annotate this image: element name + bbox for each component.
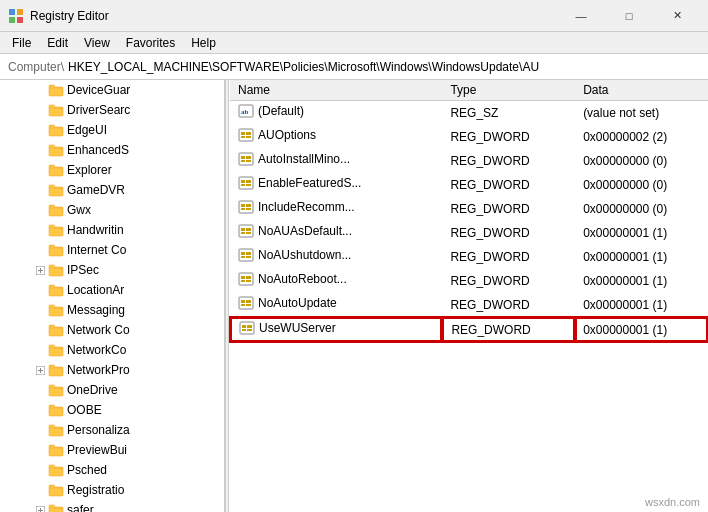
maximize-button[interactable]: □	[606, 0, 652, 32]
table-row[interactable]: NoAutoUpdateREG_DWORD0x00000001 (1)	[230, 293, 708, 318]
tree-expander[interactable]	[32, 382, 48, 398]
tree-item[interactable]: GameDVR	[0, 180, 224, 200]
tree-expander[interactable]	[32, 442, 48, 458]
tree-item-label: IPSec	[67, 263, 99, 277]
svg-text:ab: ab	[241, 108, 249, 116]
value-name: NoAutoUpdate	[230, 293, 442, 318]
value-data: 0x00000000 (0)	[575, 197, 708, 221]
tree-expander[interactable]	[32, 122, 48, 138]
tree-item-label: Registratio	[67, 483, 124, 497]
table-row[interactable]: NoAUshutdown...REG_DWORD0x00000001 (1)	[230, 245, 708, 269]
tree-item[interactable]: OOBE	[0, 400, 224, 420]
value-name: AutoInstallMino...	[230, 149, 442, 173]
tree-expander[interactable]	[32, 302, 48, 318]
tree-item-label: DriverSearc	[67, 103, 130, 117]
registry-tree[interactable]: DeviceGuar DriverSearc EdgeUI EnhancedS …	[0, 80, 225, 512]
tree-item[interactable]: EdgeUI	[0, 120, 224, 140]
table-row[interactable]: IncludeRecomm...REG_DWORD0x00000000 (0)	[230, 197, 708, 221]
tree-expander[interactable]	[32, 502, 48, 512]
tree-item[interactable]: DriverSearc	[0, 100, 224, 120]
tree-item[interactable]: safer	[0, 500, 224, 512]
tree-expander[interactable]	[32, 322, 48, 338]
tree-item[interactable]: PreviewBui	[0, 440, 224, 460]
value-data: 0x00000000 (0)	[575, 173, 708, 197]
menu-file[interactable]: File	[4, 34, 39, 52]
svg-rect-31	[241, 204, 245, 207]
tree-item[interactable]: NetworkPro	[0, 360, 224, 380]
reg-value-icon: UseWUServer	[239, 320, 336, 336]
tree-item[interactable]: NetworkCo	[0, 340, 224, 360]
tree-expander[interactable]	[32, 282, 48, 298]
value-type: REG_DWORD	[442, 221, 575, 245]
table-row[interactable]: AutoInstallMino...REG_DWORD0x00000000 (0…	[230, 149, 708, 173]
address-path[interactable]: HKEY_LOCAL_MACHINE\SOFTWARE\Policies\Mic…	[68, 60, 539, 74]
svg-rect-36	[241, 228, 245, 231]
tree-item[interactable]: EnhancedS	[0, 140, 224, 160]
svg-rect-46	[241, 276, 245, 279]
svg-rect-19	[246, 136, 251, 138]
tree-item-label: NetworkPro	[67, 363, 130, 377]
tree-expander[interactable]	[32, 482, 48, 498]
table-row[interactable]: EnableFeaturedS...REG_DWORD0x00000000 (0…	[230, 173, 708, 197]
value-type: REG_DWORD	[442, 317, 575, 342]
tree-item[interactable]: Personaliza	[0, 420, 224, 440]
value-type: REG_DWORD	[442, 125, 575, 149]
svg-rect-47	[246, 276, 251, 279]
tree-expander[interactable]	[32, 362, 48, 378]
tree-expander[interactable]	[32, 222, 48, 238]
tree-item[interactable]: Explorer	[0, 160, 224, 180]
tree-expander[interactable]	[32, 182, 48, 198]
tree-expander[interactable]	[32, 82, 48, 98]
tree-expander[interactable]	[32, 142, 48, 158]
tree-expander[interactable]	[32, 102, 48, 118]
table-row[interactable]: NoAUAsDefault...REG_DWORD0x00000001 (1)	[230, 221, 708, 245]
menu-view[interactable]: View	[76, 34, 118, 52]
tree-expander[interactable]	[32, 402, 48, 418]
table-row[interactable]: NoAutoReboot...REG_DWORD0x00000001 (1)	[230, 269, 708, 293]
menu-favorites[interactable]: Favorites	[118, 34, 183, 52]
tree-item[interactable]: Messaging	[0, 300, 224, 320]
folder-icon	[48, 362, 64, 378]
tree-expander[interactable]	[32, 462, 48, 478]
menu-edit[interactable]: Edit	[39, 34, 76, 52]
tree-item-label: OneDrive	[67, 383, 118, 397]
folder-icon	[48, 382, 64, 398]
tree-item-label: EdgeUI	[67, 123, 107, 137]
folder-icon	[48, 102, 64, 118]
table-row[interactable]: AUOptionsREG_DWORD0x00000002 (2)	[230, 125, 708, 149]
table-row[interactable]: UseWUServerREG_DWORD0x00000001 (1)	[230, 317, 708, 342]
tree-expander[interactable]	[32, 242, 48, 258]
tree-expander[interactable]	[32, 422, 48, 438]
tree-item[interactable]: Internet Co	[0, 240, 224, 260]
tree-item[interactable]: Psched	[0, 460, 224, 480]
tree-expander[interactable]	[32, 202, 48, 218]
app-icon	[8, 8, 24, 24]
values-table: Name Type Data ab (Default)REG_SZ(value …	[229, 80, 708, 343]
minimize-button[interactable]: —	[558, 0, 604, 32]
folder-icon	[48, 262, 64, 278]
tree-item[interactable]: Gwx	[0, 200, 224, 220]
tree-item[interactable]: DeviceGuar	[0, 80, 224, 100]
svg-rect-43	[241, 256, 245, 258]
tree-item[interactable]: Network Co	[0, 320, 224, 340]
title-bar: Registry Editor — □ ✕	[0, 0, 708, 32]
tree-item[interactable]: OneDrive	[0, 380, 224, 400]
tree-item[interactable]: IPSec	[0, 260, 224, 280]
value-name: NoAUAsDefault...	[230, 221, 442, 245]
svg-rect-33	[241, 208, 245, 210]
svg-rect-16	[241, 132, 245, 135]
tree-item-label: PreviewBui	[67, 443, 127, 457]
folder-icon	[48, 462, 64, 478]
values-panel: Name Type Data ab (Default)REG_SZ(value …	[229, 80, 708, 512]
value-data: 0x00000001 (1)	[575, 293, 708, 318]
tree-item[interactable]: Registratio	[0, 480, 224, 500]
svg-rect-54	[246, 304, 251, 306]
menu-help[interactable]: Help	[183, 34, 224, 52]
close-button[interactable]: ✕	[654, 0, 700, 32]
tree-item[interactable]: LocationAr	[0, 280, 224, 300]
tree-item[interactable]: Handwritin	[0, 220, 224, 240]
tree-expander[interactable]	[32, 262, 48, 278]
table-row[interactable]: ab (Default)REG_SZ(value not set)	[230, 101, 708, 125]
tree-expander[interactable]	[32, 162, 48, 178]
tree-expander[interactable]	[32, 342, 48, 358]
